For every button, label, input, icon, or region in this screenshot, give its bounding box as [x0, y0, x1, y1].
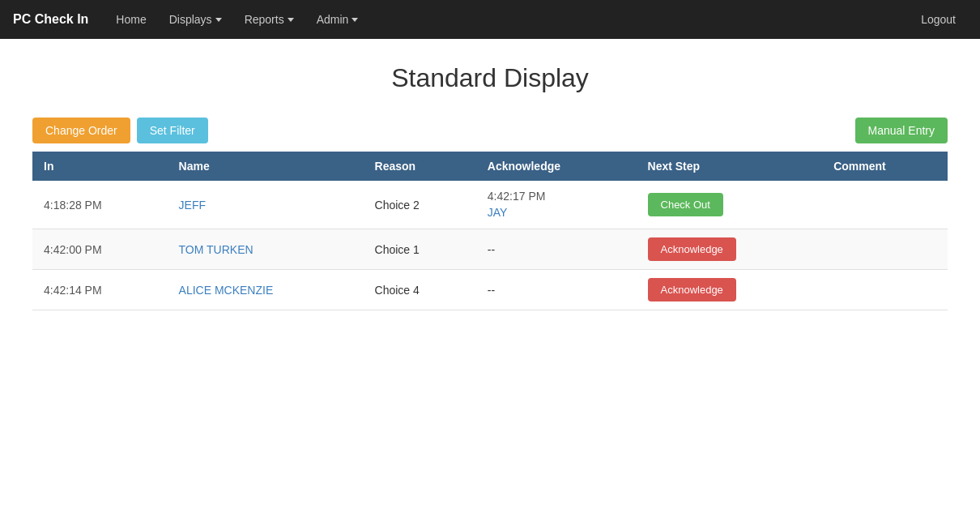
cell-name: TOM TURKEN [168, 229, 364, 270]
name-link[interactable]: TOM TURKEN [179, 243, 254, 256]
col-in: In [32, 152, 168, 181]
cell-in: 4:42:00 PM [32, 229, 168, 270]
reports-caret-icon [288, 18, 294, 22]
nav-home[interactable]: Home [104, 0, 157, 39]
cell-reason: Choice 1 [364, 229, 476, 270]
col-reason: Reason [364, 152, 476, 181]
table-row: 4:42:14 PMALICE MCKENZIEChoice 4--Acknow… [32, 270, 948, 310]
cell-reason: Choice 4 [364, 270, 476, 310]
acknowledge-button[interactable]: Acknowledge [648, 278, 736, 301]
cell-acknowledge: -- [476, 229, 637, 270]
logout-link[interactable]: Logout [910, 0, 967, 39]
change-order-button[interactable]: Change Order [32, 118, 130, 143]
table-body: 4:18:28 PMJEFFChoice 24:42:17 PMJAYCheck… [32, 181, 948, 310]
set-filter-button[interactable]: Set Filter [137, 118, 208, 143]
nav-menu: Home Displays Reports Admin [104, 0, 910, 39]
admin-caret-icon [352, 18, 358, 22]
nav-admin[interactable]: Admin [305, 0, 370, 39]
navbar-right: Logout [910, 0, 967, 39]
cell-reason: Choice 2 [364, 181, 476, 229]
nav-reports[interactable]: Reports [233, 0, 305, 39]
cell-comment [822, 229, 948, 270]
manual-entry-button[interactable]: Manual Entry [855, 118, 948, 143]
col-comment: Comment [822, 152, 948, 181]
nav-displays[interactable]: Displays [158, 0, 233, 39]
brand-link[interactable]: PC Check In [13, 12, 88, 27]
col-name: Name [168, 152, 364, 181]
cell-comment [822, 270, 948, 310]
main-content: Standard Display Change Order Set Filter… [0, 39, 980, 335]
cell-in: 4:18:28 PM [32, 181, 168, 229]
name-link[interactable]: JEFF [179, 199, 206, 212]
cell-next-step: Check Out [637, 181, 823, 229]
cell-comment [822, 181, 948, 229]
acknowledge-button[interactable]: Acknowledge [648, 237, 736, 261]
page-title: Standard Display [32, 63, 948, 93]
cell-acknowledge: 4:42:17 PMJAY [476, 181, 637, 229]
cell-name: ALICE MCKENZIE [168, 270, 364, 310]
cell-next-step: Acknowledge [637, 270, 823, 310]
toolbar: Change Order Set Filter Manual Entry [32, 118, 948, 143]
main-table: In Name Reason Acknowledge Next Step Com… [32, 152, 948, 310]
table-row: 4:42:00 PMTOM TURKENChoice 1--Acknowledg… [32, 229, 948, 270]
col-acknowledge: Acknowledge [476, 152, 637, 181]
cell-name: JEFF [168, 181, 364, 229]
cell-acknowledge: -- [476, 270, 637, 310]
displays-caret-icon [215, 18, 222, 22]
name-link[interactable]: ALICE MCKENZIE [179, 284, 274, 297]
table-header: In Name Reason Acknowledge Next Step Com… [32, 152, 948, 181]
checkout-button[interactable]: Check Out [648, 193, 723, 216]
cell-next-step: Acknowledge [637, 229, 823, 270]
cell-in: 4:42:14 PM [32, 270, 168, 310]
col-next-step: Next Step [637, 152, 823, 181]
table-row: 4:18:28 PMJEFFChoice 24:42:17 PMJAYCheck… [32, 181, 948, 229]
navbar: PC Check In Home Displays Reports Admin … [0, 0, 980, 39]
